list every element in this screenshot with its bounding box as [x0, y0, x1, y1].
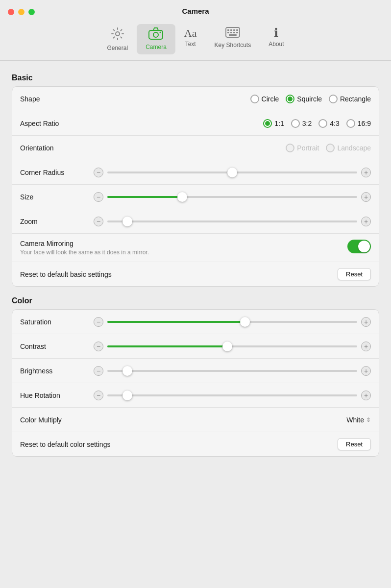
- tab-key-shortcuts-label: Key Shortcuts: [214, 42, 251, 49]
- orientation-landscape-label: Landscape: [337, 144, 371, 152]
- contrast-plus[interactable]: +: [361, 342, 371, 351]
- svg-rect-5: [227, 29, 229, 31]
- svg-rect-6: [230, 29, 232, 31]
- toggle-knob: [358, 241, 370, 252]
- svg-rect-12: [236, 32, 238, 33]
- aspect-1-1-radio[interactable]: [263, 119, 272, 128]
- aspect-16-9-radio[interactable]: [346, 119, 355, 128]
- orientation-landscape-radio[interactable]: [326, 144, 335, 152]
- color-multiply-row: Color Multiply White ⇕: [12, 408, 379, 432]
- zoom-row: Zoom − +: [12, 209, 379, 234]
- window-title: Camera: [8, 7, 383, 20]
- orientation-controls: Portrait Landscape: [94, 144, 371, 152]
- zoom-minus[interactable]: −: [94, 217, 103, 226]
- basic-section-header: Basic: [12, 74, 379, 82]
- shape-circle-option[interactable]: Circle: [250, 95, 279, 103]
- brightness-row: Brightness − +: [12, 359, 379, 383]
- size-thumb[interactable]: [177, 192, 187, 202]
- hue-rotation-track[interactable]: [107, 394, 357, 396]
- shape-squircle-option[interactable]: Squircle: [286, 95, 322, 103]
- window-controls: [8, 9, 35, 15]
- brightness-label: Brightness: [20, 367, 94, 375]
- corner-radius-thumb[interactable]: [227, 168, 237, 177]
- corner-radius-minus[interactable]: −: [94, 168, 103, 177]
- tab-general-label: General: [107, 45, 128, 51]
- size-row: Size − +: [12, 185, 379, 209]
- tab-text-label: Text: [185, 41, 196, 48]
- contrast-thumb[interactable]: [222, 342, 232, 351]
- shape-rectangle-option[interactable]: Rectangle: [329, 95, 371, 103]
- brightness-track[interactable]: [107, 370, 357, 372]
- minimize-button[interactable]: [18, 9, 24, 15]
- basic-reset-button[interactable]: Reset: [338, 268, 371, 280]
- zoom-plus[interactable]: +: [361, 217, 371, 226]
- tab-text[interactable]: Aa Text: [175, 24, 206, 54]
- corner-radius-track[interactable]: [107, 172, 357, 173]
- contrast-fill: [107, 345, 227, 347]
- hue-rotation-minus[interactable]: −: [94, 391, 103, 400]
- size-plus[interactable]: +: [361, 192, 371, 202]
- camera-mirroring-subtitle: Your face will look the same as it does …: [20, 249, 347, 256]
- saturation-plus[interactable]: +: [361, 317, 371, 327]
- size-minus[interactable]: −: [94, 192, 103, 202]
- orientation-landscape-option[interactable]: Landscape: [326, 144, 371, 152]
- contrast-track[interactable]: [107, 345, 357, 347]
- text-icon: Aa: [184, 27, 197, 39]
- aspect-16-9-option[interactable]: 16:9: [346, 119, 371, 128]
- corner-radius-controls: − +: [94, 168, 371, 177]
- saturation-fill: [107, 321, 245, 323]
- maximize-button[interactable]: [28, 9, 35, 15]
- info-icon: ℹ: [274, 27, 278, 39]
- contrast-label: Contrast: [20, 343, 94, 350]
- zoom-track[interactable]: [107, 220, 357, 222]
- aspect-3-2-option[interactable]: 3:2: [291, 119, 312, 128]
- shape-controls: Circle Squircle Rectangle: [94, 95, 371, 103]
- svg-point-2: [153, 32, 158, 37]
- aspect-1-1-option[interactable]: 1:1: [263, 119, 284, 128]
- shape-circle-radio[interactable]: [250, 95, 259, 103]
- size-track[interactable]: [107, 196, 357, 198]
- aspect-4-3-radio[interactable]: [318, 119, 327, 128]
- hue-rotation-thumb[interactable]: [122, 391, 132, 400]
- main-content: Basic Shape Circle Squircle Rectangle: [0, 61, 391, 475]
- aspect-3-2-radio[interactable]: [291, 119, 300, 128]
- brightness-plus[interactable]: +: [361, 366, 371, 376]
- aspect-ratio-label: Aspect Ratio: [20, 120, 94, 127]
- general-icon: [111, 27, 124, 43]
- contrast-minus[interactable]: −: [94, 342, 103, 351]
- aspect-ratio-row: Aspect Ratio 1:1 3:2 4:3 16:9: [12, 111, 379, 136]
- color-reset-row: Reset to default color settings Reset: [12, 432, 379, 456]
- keyboard-icon: [225, 27, 240, 40]
- saturation-label: Saturation: [20, 318, 94, 326]
- orientation-portrait-option[interactable]: Portrait: [286, 144, 319, 152]
- corner-radius-plus[interactable]: +: [361, 168, 371, 177]
- size-label: Size: [20, 193, 94, 201]
- brightness-minus[interactable]: −: [94, 366, 103, 376]
- shape-rectangle-radio[interactable]: [329, 95, 338, 103]
- brightness-thumb[interactable]: [122, 366, 132, 376]
- color-reset-button[interactable]: Reset: [338, 438, 371, 450]
- hue-rotation-controls: − +: [94, 391, 371, 400]
- aspect-4-3-option[interactable]: 4:3: [318, 119, 339, 128]
- camera-mirroring-toggle[interactable]: [347, 240, 371, 253]
- tab-camera[interactable]: Camera: [137, 24, 175, 54]
- saturation-track[interactable]: [107, 321, 357, 323]
- color-multiply-label: Color Multiply: [20, 416, 94, 424]
- size-controls: − +: [94, 192, 371, 202]
- saturation-minus[interactable]: −: [94, 317, 103, 327]
- shape-squircle-radio[interactable]: [286, 95, 294, 103]
- saturation-controls: − +: [94, 317, 371, 327]
- camera-mirroring-row: Camera Mirroring Your face will look the…: [12, 234, 379, 262]
- hue-rotation-plus[interactable]: +: [361, 391, 371, 400]
- orientation-portrait-radio[interactable]: [286, 144, 294, 152]
- tab-key-shortcuts[interactable]: Key Shortcuts: [205, 24, 260, 54]
- hue-rotation-label: Hue Rotation: [20, 392, 94, 399]
- color-multiply-dropdown[interactable]: White ⇕: [346, 416, 371, 424]
- color-reset-label: Reset to default color settings: [20, 441, 338, 448]
- saturation-thumb[interactable]: [240, 317, 250, 327]
- zoom-thumb[interactable]: [122, 217, 132, 226]
- tab-about[interactable]: ℹ About: [260, 24, 293, 54]
- close-button[interactable]: [8, 9, 14, 15]
- color-multiply-value: White: [346, 416, 364, 424]
- tab-general[interactable]: General: [98, 24, 137, 54]
